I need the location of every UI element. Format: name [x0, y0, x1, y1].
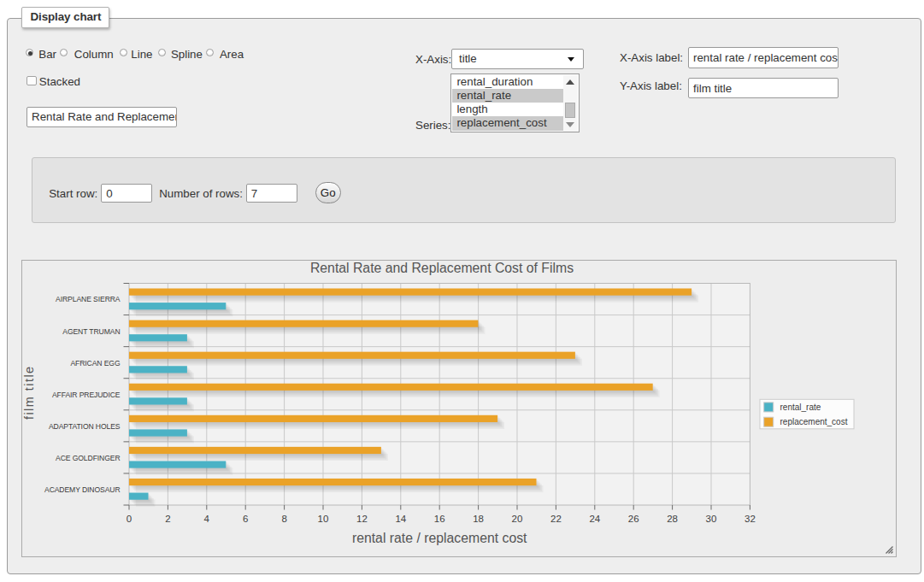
svg-text:32: 32: [744, 513, 756, 523]
svg-text:replacement_cost: replacement_cost: [780, 417, 847, 426]
svg-text:10: 10: [317, 513, 328, 523]
svg-text:22: 22: [550, 513, 562, 523]
svg-text:12: 12: [356, 513, 368, 523]
svg-text:20: 20: [511, 513, 522, 523]
svg-text:24: 24: [589, 513, 600, 523]
svg-text:8: 8: [281, 513, 286, 523]
svg-text:14: 14: [395, 513, 406, 523]
svg-text:AFRICAN EGG: AFRICAN EGG: [70, 358, 121, 367]
svg-text:Rental Rate and Replacement Co: Rental Rate and Replacement Cost of Film…: [309, 261, 573, 275]
svg-text:AGENT TRUMAN: AGENT TRUMAN: [62, 326, 120, 335]
svg-text:6: 6: [242, 513, 247, 523]
svg-text:rental rate / replacement cost: rental rate / replacement cost: [351, 531, 527, 545]
svg-text:2: 2: [165, 513, 170, 523]
svg-text:16: 16: [433, 513, 444, 523]
svg-text:film title: film title: [22, 365, 36, 420]
svg-text:26: 26: [627, 513, 639, 523]
svg-text:4: 4: [203, 513, 209, 523]
svg-text:AIRPLANE SIERRA: AIRPLANE SIERRA: [56, 295, 121, 303]
svg-text:ACE GOLDFINGER: ACE GOLDFINGER: [56, 453, 120, 461]
svg-text:28: 28: [667, 513, 678, 523]
svg-text:0: 0: [126, 513, 131, 523]
svg-text:30: 30: [705, 513, 716, 523]
svg-text:rental_rate: rental_rate: [780, 403, 821, 412]
svg-text:18: 18: [473, 513, 484, 523]
svg-text:ACADEMY DINOSAUR: ACADEMY DINOSAUR: [44, 485, 121, 493]
svg-text:ADAPTATION HOLES: ADAPTATION HOLES: [48, 421, 120, 430]
svg-text:AFFAIR PREJUDICE: AFFAIR PREJUDICE: [51, 390, 120, 398]
